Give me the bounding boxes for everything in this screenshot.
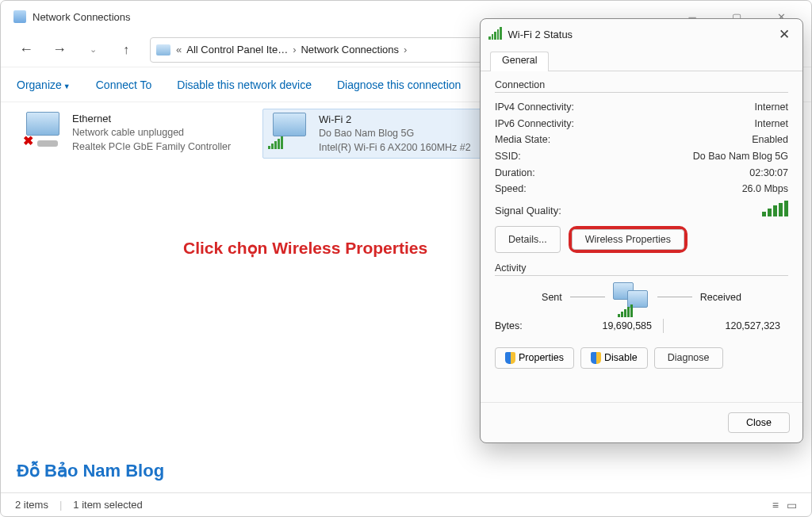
signal-quality-label: Signal Quality: <box>495 205 561 216</box>
ipv4-value: Internet <box>755 99 788 116</box>
recent-dropdown[interactable]: ⌄ <box>83 44 102 55</box>
adapter-name: Wi-Fi 2 <box>319 113 503 127</box>
computers-icon <box>613 282 649 312</box>
wireless-properties-highlight: Wireless Properties <box>569 226 688 253</box>
tab-general[interactable]: General <box>490 52 549 71</box>
details-button[interactable]: Details... <box>495 226 561 253</box>
speed-value: 26.0 Mbps <box>742 181 788 197</box>
up-button[interactable]: ↑ <box>117 43 136 57</box>
chevron-right-icon: › <box>293 44 296 56</box>
adapter-device: Realtek PCIe GbE Family Controller <box>72 140 258 155</box>
speed-label: Speed: <box>495 181 527 197</box>
disable-button[interactable]: Disable <box>580 347 648 369</box>
organize-menu[interactable]: Organize▼ <box>17 79 71 91</box>
ipv6-label: IPv6 Connectivity: <box>495 116 574 132</box>
shield-icon <box>505 352 515 364</box>
breadcrumb-sep-icon: « <box>176 44 182 56</box>
adapter-name: Ethernet <box>72 112 258 126</box>
activity-diagram: Sent Received <box>495 282 788 312</box>
received-label: Received <box>700 292 741 303</box>
close-button[interactable]: Close <box>728 412 790 433</box>
signal-icon <box>488 29 502 40</box>
ssid-value: Do Bao Nam Blog 5G <box>693 148 788 165</box>
forward-button[interactable]: → <box>50 41 69 58</box>
diagnose-connection-button[interactable]: Diagnose this connection <box>337 79 461 91</box>
media-state-label: Media State: <box>495 132 550 148</box>
chevron-right-icon: › <box>404 44 407 56</box>
ethernet-icon: ✖ <box>21 112 64 148</box>
network-connections-window: Network Connections ─ ▢ ✕ ← → ⌄ ↑ « All … <box>0 0 812 517</box>
duration-value: 02:30:07 <box>749 165 788 182</box>
bytes-sent-value: 19,690,585 <box>558 320 663 331</box>
ipv6-value: Internet <box>755 116 788 132</box>
item-count: 2 items <box>15 499 48 511</box>
wireless-properties-button[interactable]: Wireless Properties <box>572 229 684 250</box>
activity-section-label: Activity <box>495 262 788 274</box>
statusbar: 2 items | 1 item selected ≡ ▭ <box>1 492 811 516</box>
view-list-icon[interactable]: ≡ <box>772 499 779 511</box>
view-details-icon[interactable]: ▭ <box>787 499 797 511</box>
location-icon <box>155 44 171 56</box>
bytes-received-value: 120,527,323 <box>664 320 788 331</box>
shield-icon <box>591 352 601 364</box>
duration-label: Duration: <box>495 165 535 182</box>
selection-count: 1 item selected <box>73 499 142 511</box>
bytes-label: Bytes: <box>495 320 558 331</box>
wifi-icon <box>268 113 311 149</box>
wifi-status-dialog: Wi-Fi 2 Status ✕ General Connection IPv4… <box>480 18 803 443</box>
dialog-close-button[interactable]: ✕ <box>774 26 795 43</box>
disable-device-button[interactable]: Disable this network device <box>177 79 312 91</box>
signal-quality-icon <box>762 201 788 216</box>
sent-label: Sent <box>542 292 562 303</box>
connect-to-button[interactable]: Connect To <box>96 79 152 91</box>
media-state-value: Enabled <box>752 132 788 148</box>
dialog-title: Wi-Fi 2 Status <box>508 29 775 40</box>
adapter-status: Do Bao Nam Blog 5G <box>319 127 503 141</box>
adapter-item-ethernet[interactable]: ✖ Ethernet Network cable unplugged Realt… <box>17 109 262 159</box>
back-button[interactable]: ← <box>17 41 36 58</box>
adapter-status: Network cable unplugged <box>72 126 258 140</box>
ssid-label: SSID: <box>495 148 521 165</box>
breadcrumb-item-1[interactable]: All Control Panel Ite… <box>186 44 288 56</box>
diagnose-button[interactable]: Diagnose <box>654 347 723 369</box>
breadcrumb-item-2[interactable]: Network Connections <box>301 44 399 56</box>
properties-button[interactable]: Properties <box>495 347 574 369</box>
watermark: Đỗ Bảo Nam Blog <box>17 461 164 481</box>
adapter-device: Intel(R) Wi-Fi 6 AX200 160MHz #2 <box>319 141 503 155</box>
dialog-tabs: General <box>481 51 802 71</box>
instruction-annotation: Click chọn Wireless Properties <box>183 239 427 258</box>
connection-section-label: Connection <box>495 79 788 90</box>
adapter-item-wifi[interactable]: Wi-Fi 2 Do Bao Nam Blog 5G Intel(R) Wi-F… <box>262 109 508 159</box>
dialog-titlebar: Wi-Fi 2 Status ✕ <box>481 19 802 49</box>
ipv4-label: IPv4 Connectivity: <box>495 99 574 116</box>
app-icon <box>13 10 26 23</box>
